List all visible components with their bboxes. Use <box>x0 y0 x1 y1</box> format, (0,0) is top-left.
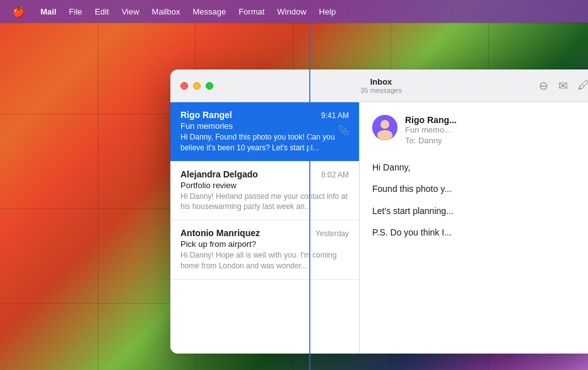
time-3: Yesterday <box>315 229 349 238</box>
time-1: 9:41 AM <box>321 111 349 120</box>
body-line-4: P.S. Do you think I... <box>372 225 587 239</box>
message-item-3[interactable]: Antonio Manriquez Yesterday Pick up from… <box>170 220 359 280</box>
mail-window: Inbox 35 messages ⊖ ✉ 🖊 Rigo Rangel 9:41… <box>170 69 588 354</box>
menu-item-message[interactable]: Message <box>187 4 231 19</box>
preview-1: Hi Danny, Found this photo you took! Can… <box>180 132 349 153</box>
attachment-icon-1: 📎 <box>338 125 349 135</box>
menu-bar: 🍎 Mail File Edit View Mailbox Message Fo… <box>0 0 588 23</box>
menu-item-mailbox[interactable]: Mailbox <box>147 4 185 19</box>
window-title-area: Inbox 35 messages <box>223 77 539 94</box>
sender-3: Antonio Manriquez <box>180 228 260 238</box>
window-title: Inbox <box>370 77 392 87</box>
detail-to: To: Danny <box>405 136 587 145</box>
menu-item-mail[interactable]: Mail <box>35 4 61 19</box>
menu-item-view[interactable]: View <box>117 4 144 19</box>
message-item-1[interactable]: Rigo Rangel 9:41 AM Fun memories Hi Dann… <box>170 102 359 162</box>
menu-item-format[interactable]: Format <box>233 4 269 19</box>
window-titlebar: Inbox 35 messages ⊖ ✉ 🖊 <box>170 69 588 102</box>
detail-sender-name: Rigo Rang... <box>405 115 587 125</box>
format-selection-line <box>309 23 310 370</box>
menu-item-file[interactable]: File <box>64 4 87 19</box>
message-detail: Rigo Rang... Fun memo... To: Danny Hi Da… <box>360 102 588 354</box>
sender-2: Alejandra Delgado <box>180 169 258 179</box>
close-button[interactable] <box>180 82 188 90</box>
filter-icon[interactable]: ⊖ <box>539 79 548 93</box>
traffic-lights <box>180 82 213 90</box>
body-line-1: Hi Danny, <box>372 160 587 174</box>
preview-2: Hi Danny! Herland passed me your contact… <box>180 191 349 213</box>
svg-point-1 <box>380 120 389 129</box>
compose-icon[interactable]: ✉ <box>558 79 568 93</box>
body-line-2: Found this photo y... <box>372 182 587 196</box>
subject-2: Portfolio review <box>180 181 349 190</box>
new-message-icon[interactable]: 🖊 <box>578 79 588 92</box>
maximize-button[interactable] <box>206 82 213 90</box>
minimize-button[interactable] <box>193 82 201 90</box>
window-content: Rigo Rangel 9:41 AM Fun memories Hi Dann… <box>170 102 588 354</box>
detail-body: Hi Danny, Found this photo y... Let's st… <box>372 155 587 240</box>
preview-3: Hi Danny! Hope all is well with you. I'm… <box>180 250 349 272</box>
sender-1: Rigo Rangel <box>180 110 232 120</box>
window-subtitle: 35 messages <box>360 87 401 94</box>
detail-subject-line: Fun memo... <box>405 125 587 134</box>
body-line-3: Let's start planning... <box>372 204 587 218</box>
detail-header: Rigo Rang... Fun memo... To: Danny <box>372 115 587 145</box>
menu-item-window[interactable]: Window <box>272 4 311 19</box>
message-item-2[interactable]: Alejandra Delgado 8:02 AM Portfolio revi… <box>170 162 359 221</box>
time-2: 8:02 AM <box>321 170 349 179</box>
subject-1: Fun memories <box>180 121 349 131</box>
avatar <box>372 115 397 140</box>
subject-3: Pick up from airport? <box>180 239 349 249</box>
menu-item-help[interactable]: Help <box>314 4 341 19</box>
menu-item-edit[interactable]: Edit <box>90 4 114 19</box>
apple-menu[interactable]: 🍎 <box>8 3 30 20</box>
message-list[interactable]: Rigo Rangel 9:41 AM Fun memories Hi Dann… <box>170 102 360 354</box>
svg-point-2 <box>377 130 392 140</box>
avatar-illustration <box>372 115 397 140</box>
window-actions: ⊖ ✉ 🖊 <box>539 79 588 93</box>
